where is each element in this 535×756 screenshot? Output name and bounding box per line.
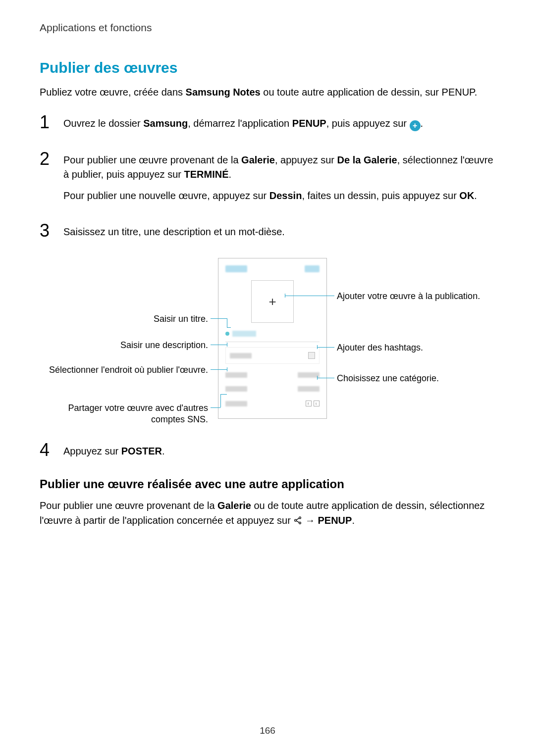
text-fragment: .	[162, 446, 165, 456]
step-2: 2 Pour publier une œuvre provenant de la…	[40, 150, 495, 210]
line	[227, 327, 231, 328]
step-3: 3 Saisissez un titre, une description et…	[40, 222, 495, 246]
step-3-text: Saisissez un titre, une description et u…	[63, 225, 495, 239]
description-field	[225, 347, 320, 364]
text-bold: Galerie	[217, 500, 251, 511]
text-fragment: , appuyez sur	[275, 154, 337, 165]
svg-point-0	[299, 517, 301, 519]
opt-blur	[225, 372, 247, 378]
callout-description: Saisir une description.	[40, 340, 208, 351]
line	[211, 407, 220, 408]
text-fragment: .	[421, 118, 424, 129]
svg-point-2	[299, 522, 301, 524]
callout-hashtags: Ajouter des hashtags.	[337, 342, 423, 353]
callout-where: Sélectionner l'endroit où publier l'œuvr…	[40, 364, 208, 376]
text-fragment: .	[229, 169, 232, 180]
step-1: 1 Ouvrez le dossier Samsung, démarrez l'…	[40, 113, 495, 138]
text-bold: Galerie	[241, 154, 275, 165]
tick	[227, 343, 227, 347]
text-bold: POSTER	[121, 446, 162, 456]
step-number: 3	[40, 222, 63, 240]
svg-point-1	[295, 519, 297, 521]
breadcrumb: Applications et fonctions	[40, 22, 495, 34]
svg-line-4	[297, 521, 300, 522]
text-bold: PENUP	[292, 118, 326, 129]
step-1-text: Ouvrez le dossier Samsung, démarrez l'ap…	[63, 116, 495, 131]
text-fragment: Pour publier une œuvre provenant de la	[63, 154, 241, 165]
line	[220, 394, 227, 395]
opt-blur	[298, 372, 320, 378]
sns-icons: f t	[306, 401, 320, 406]
facebook-icon: f	[306, 401, 312, 406]
text-fragment: Pour publier une nouvelle œuvre, appuyez…	[63, 190, 269, 201]
text-fragment: ou toute autre application de dessin, su…	[261, 87, 478, 98]
line	[285, 296, 334, 296]
tick	[227, 367, 227, 371]
line	[211, 369, 227, 370]
opt-blur	[225, 386, 247, 392]
tick	[317, 345, 318, 349]
share-icon	[293, 514, 302, 529]
callout-category: Choisissez une catégorie.	[337, 373, 439, 384]
phone-header	[218, 258, 326, 279]
text-fragment: Ouvrez le dossier	[63, 118, 143, 129]
sub-paragraph: Pour publier une œuvre provenant de la G…	[40, 498, 495, 529]
sns-blur	[225, 401, 247, 406]
text-fragment: , faites un dessin, puis appuyez sur	[302, 190, 459, 201]
diagram: + f	[40, 258, 495, 431]
phone-mock: + f	[218, 258, 327, 419]
step-number: 2	[40, 150, 63, 168]
subheading: Publier une œuvre réalisée avec une autr…	[40, 477, 495, 491]
step-2b-text: Pour publier une nouvelle œuvre, appuyez…	[63, 189, 495, 203]
text-bold: OK	[459, 190, 474, 201]
line	[211, 318, 227, 319]
step-number: 1	[40, 113, 63, 131]
text-bold: TERMINÉ	[184, 169, 229, 180]
intro-paragraph: Publiez votre œuvre, créée dans Samsung …	[40, 85, 495, 100]
callout-add: Ajouter votre œuvre à la publication.	[337, 291, 480, 302]
dot-icon	[225, 332, 229, 336]
line	[317, 378, 334, 378]
text-bold: Samsung	[143, 118, 188, 129]
text-fragment: .	[474, 190, 477, 201]
svg-line-3	[297, 518, 300, 520]
page-number: 166	[0, 725, 535, 736]
line	[211, 345, 227, 345]
step-4-text: Appuyez sur POSTER.	[63, 444, 495, 458]
option-row-category	[225, 382, 320, 396]
sns-row: f t	[225, 397, 320, 410]
step-2a-text: Pour publier une œuvre provenant de la G…	[63, 153, 495, 182]
twitter-icon: t	[314, 401, 320, 406]
desc-blur	[230, 353, 252, 358]
option-row-publish	[225, 368, 320, 382]
step-4: 4 Appuyez sur POSTER.	[40, 441, 495, 465]
text-fragment: Appuyez sur	[63, 446, 121, 456]
tick	[285, 294, 285, 298]
title-field	[225, 331, 320, 342]
text-bold: PENUP	[318, 515, 352, 526]
text-fragment: Publiez votre œuvre, créée dans	[40, 87, 186, 98]
text-bold: Dessin	[269, 190, 302, 201]
page-title: Publier des œuvres	[40, 59, 495, 76]
line	[317, 347, 334, 348]
header-label-blur	[225, 265, 247, 272]
header-action-blur	[305, 265, 320, 272]
step-number: 4	[40, 441, 63, 459]
line	[227, 318, 227, 327]
callout-title: Saisir un titre.	[40, 313, 208, 325]
text-fragment: →	[302, 515, 318, 526]
text-fragment: Pour publier une œuvre provenant de la	[40, 500, 217, 511]
options-block	[225, 368, 320, 396]
add-artwork-tile: +	[251, 280, 294, 323]
tick	[317, 376, 318, 380]
opt-blur	[298, 386, 320, 392]
text-fragment: .	[352, 515, 355, 526]
text-fragment: , puis appuyez sur	[326, 118, 410, 129]
callout-sns: Partager votre œuvre avec d'autres compt…	[40, 403, 208, 426]
line	[220, 394, 221, 407]
title-blur	[232, 331, 256, 337]
text-fragment: , démarrez l'application	[188, 118, 292, 129]
text-bold: Samsung Notes	[186, 87, 261, 98]
text-bold: De la Galerie	[337, 154, 397, 165]
hashtag-button	[308, 352, 315, 359]
